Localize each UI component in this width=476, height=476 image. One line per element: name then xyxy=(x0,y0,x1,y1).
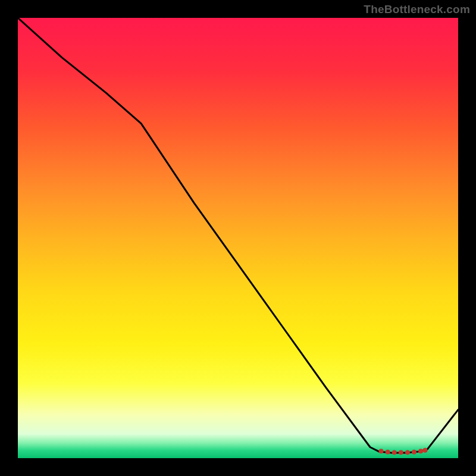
main-curve xyxy=(18,18,458,453)
marker-dot xyxy=(405,450,410,455)
curve-layer xyxy=(18,18,458,458)
marker-dot xyxy=(418,449,423,453)
marker-dot xyxy=(386,450,390,455)
marker-dot xyxy=(379,449,384,453)
chart-root: TheBottleneck.com xyxy=(0,0,476,476)
marker-group xyxy=(379,448,428,455)
marker-dot xyxy=(412,450,416,455)
marker-dot xyxy=(392,450,397,455)
plot-area xyxy=(18,18,458,458)
marker-dot xyxy=(399,450,403,455)
marker-dot xyxy=(423,448,428,453)
watermark-label: TheBottleneck.com xyxy=(364,3,470,16)
